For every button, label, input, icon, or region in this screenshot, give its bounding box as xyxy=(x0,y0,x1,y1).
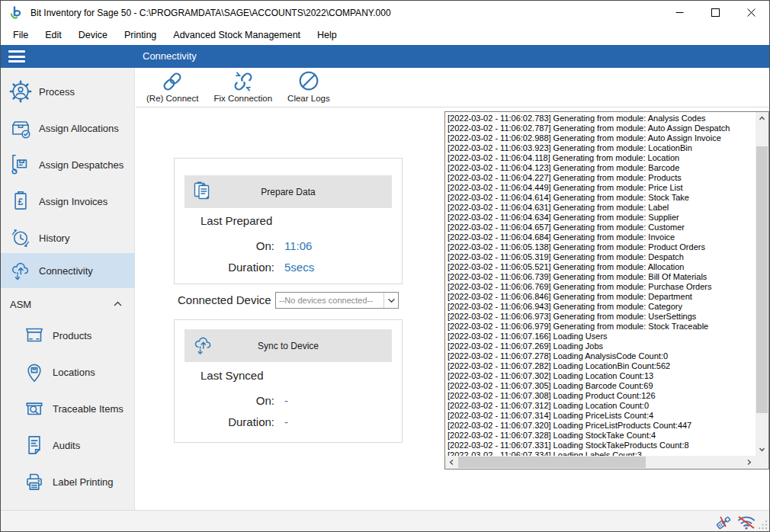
log-line: [2022-03-02 - 11:06:07.269] Loading Jobs xyxy=(448,341,756,351)
connection-status-icons xyxy=(714,513,757,531)
prepare-data-button[interactable]: Prepare Data xyxy=(184,175,392,208)
chevron-up-icon xyxy=(113,299,123,309)
chevron-down-icon xyxy=(383,293,398,308)
log-line: [2022-03-02 - 11:06:02.988] Generating f… xyxy=(448,133,756,143)
sidebar-item-assign-allocations[interactable]: Assign Allocations xyxy=(1,114,135,143)
menu-file[interactable]: File xyxy=(5,26,37,44)
clear-logs-button[interactable]: Clear Logs xyxy=(280,68,338,107)
fix-connection-button[interactable]: Fix Connection xyxy=(206,68,280,107)
reconnect-button[interactable]: (Re) Connect xyxy=(139,68,206,107)
scroll-left-arrow[interactable] xyxy=(445,456,458,469)
sidebar-item-assign-despatches[interactable]: Assign Despatches xyxy=(1,150,135,179)
products-box-icon xyxy=(21,322,48,349)
sidebar-item-connectivity[interactable]: Connectivity xyxy=(1,253,135,288)
log-line: [2022-03-02 - 11:06:04.449] Generating f… xyxy=(448,183,756,193)
process-gear-icon xyxy=(7,78,34,105)
close-button[interactable] xyxy=(733,1,769,24)
scroll-right-arrow[interactable] xyxy=(743,456,756,469)
log-line: [2022-03-02 - 11:06:06.973] Generating f… xyxy=(448,312,756,322)
log-line: [2022-03-02 - 11:06:07.334] Loading Labe… xyxy=(448,450,756,456)
log-line: [2022-03-02 - 11:06:05.319] Generating f… xyxy=(448,252,756,262)
menu-help[interactable]: Help xyxy=(309,26,345,44)
log-line: [2022-03-02 - 11:06:07.305] Loading Barc… xyxy=(448,381,756,391)
sidebar-item-label: History xyxy=(39,232,69,244)
last-synced-on-value: - xyxy=(284,394,288,407)
log-line: [2022-03-02 - 11:06:06.739] Generating f… xyxy=(448,272,756,282)
menu-advanced-stock-management[interactable]: Advanced Stock Management xyxy=(165,26,309,44)
sidebar-item-label: Connectivity xyxy=(39,265,93,277)
toolbar: (Re) Connect Fix Connection xyxy=(136,68,770,107)
despatch-trolley-icon xyxy=(7,151,34,178)
sync-to-device-button[interactable]: Sync to Device xyxy=(184,329,392,362)
horizontal-scroll-thumb[interactable] xyxy=(458,457,646,468)
log-line: [2022-03-02 - 11:06:04.684] Generating f… xyxy=(448,232,756,242)
log-line: [2022-03-02 - 11:06:04.657] Generating f… xyxy=(448,223,756,232)
sidebar-item-locations[interactable]: Locations xyxy=(1,357,135,386)
connected-device-selected-value: --No devices connected-- xyxy=(276,296,383,305)
asm-section-label: ASM xyxy=(10,299,31,310)
menu-device[interactable]: Device xyxy=(70,26,116,44)
log-line: [2022-03-02 - 11:06:04.227] Generating f… xyxy=(448,173,756,183)
log-line: [2022-03-02 - 11:06:04.634] Generating f… xyxy=(448,213,756,223)
no-symbol-icon xyxy=(295,69,322,95)
log-line: [2022-03-02 - 11:06:07.278] Loading Anal… xyxy=(448,351,756,361)
connected-device-label: Connected Device xyxy=(178,293,271,306)
log-line: [2022-03-02 - 11:06:07.331] Loading Stoc… xyxy=(448,441,756,450)
log-line: [2022-03-02 - 11:06:02.787] Generating f… xyxy=(448,123,756,133)
sidebar-item-assign-invoices[interactable]: £ Assign Invoices xyxy=(1,187,135,216)
invoice-clipboard-icon: £ xyxy=(7,187,34,215)
log-line: [2022-03-02 - 11:06:05.138] Generating f… xyxy=(448,242,756,252)
log-line: [2022-03-02 - 11:06:04.118] Generating f… xyxy=(448,153,756,163)
last-synced-heading: Last Synced xyxy=(201,369,264,382)
hamburger-menu-icon[interactable] xyxy=(8,50,25,62)
menu-edit[interactable]: Edit xyxy=(37,26,70,44)
vertical-scrollbar[interactable] xyxy=(756,112,768,456)
minimize-button[interactable] xyxy=(662,1,698,24)
duration-label: Duration: xyxy=(175,415,274,428)
sidebar-item-products[interactable]: Products xyxy=(1,321,135,350)
connectivity-cloud-icon xyxy=(7,257,34,284)
statusbar xyxy=(1,510,769,531)
log-line: [2022-03-02 - 11:06:07.328] Loading Stoc… xyxy=(448,431,756,441)
log-lines: [2022-03-02 - 11:06:02.783] Generating f… xyxy=(445,112,756,456)
app-window: Bit Inventory for Sage 50 - C:\PROGRAMDA… xyxy=(0,0,770,532)
log-line: [2022-03-02 - 11:06:07.320] Loading Pric… xyxy=(448,421,756,431)
log-output-box[interactable]: [2022-03-02 - 11:06:02.783] Generating f… xyxy=(444,111,769,470)
toolbar-button-label: Fix Connection xyxy=(213,94,272,103)
scroll-up-arrow[interactable] xyxy=(756,112,768,125)
scrollbar-corner xyxy=(756,456,768,469)
sidebar-item-history[interactable]: History xyxy=(1,223,135,252)
sidebar-item-label: Assign Allocations xyxy=(39,123,119,134)
history-clock-icon xyxy=(7,224,34,252)
usb-disconnected-icon xyxy=(714,513,734,531)
log-line: [2022-03-02 - 11:06:07.308] Loading Prod… xyxy=(448,391,756,401)
sidebar-item-label-printing[interactable]: Label Printing xyxy=(1,467,135,496)
sidebar-item-label: Label Printing xyxy=(53,476,114,488)
broken-link-icon xyxy=(229,69,257,95)
log-line: [2022-03-02 - 11:06:04.614] Generating f… xyxy=(448,193,756,203)
log-line: [2022-03-02 - 11:06:06.846] Generating f… xyxy=(448,292,756,302)
maximize-button[interactable] xyxy=(698,1,733,24)
log-line: [2022-03-02 - 11:06:07.312] Loading Loca… xyxy=(448,401,756,411)
sidebar-item-process[interactable]: Process xyxy=(1,77,135,106)
prepare-data-button-label: Prepare Data xyxy=(184,187,392,197)
minimize-icon xyxy=(675,8,684,17)
menu-printing[interactable]: Printing xyxy=(116,26,165,44)
asm-section-header[interactable]: ASM xyxy=(1,295,135,313)
scroll-down-arrow[interactable] xyxy=(756,443,768,456)
log-line: [2022-03-02 - 11:06:02.783] Generating f… xyxy=(448,114,756,123)
wifi-disconnected-icon xyxy=(736,513,757,531)
sidebar-item-label: Process xyxy=(39,86,75,98)
sidebar-item-label: Assign Invoices xyxy=(39,196,107,207)
window-controls xyxy=(662,1,769,24)
connected-device-dropdown[interactable]: --No devices connected-- xyxy=(275,292,399,309)
log-line: [2022-03-02 - 11:06:06.979] Generating f… xyxy=(448,322,756,332)
horizontal-scrollbar[interactable] xyxy=(445,456,756,469)
log-line: [2022-03-02 - 11:06:06.943] Generating f… xyxy=(448,302,756,312)
main-content: (Re) Connect Fix Connection xyxy=(136,68,770,511)
vertical-scroll-thumb[interactable] xyxy=(756,146,768,413)
sidebar-item-label: Products xyxy=(53,330,91,341)
resize-grip[interactable] xyxy=(758,520,768,530)
sidebar-item-audits[interactable]: Audits xyxy=(1,431,135,460)
sidebar-item-traceable-items[interactable]: Traceable Items xyxy=(1,394,135,423)
